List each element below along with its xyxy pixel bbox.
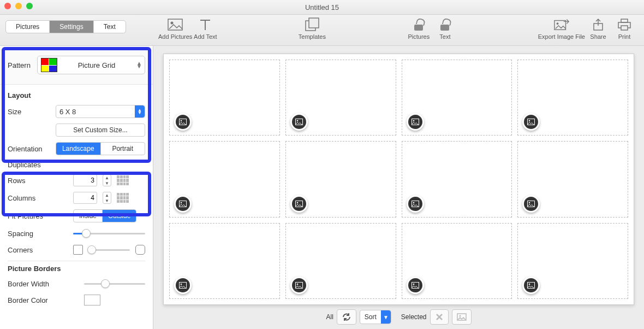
- print-button[interactable]: Print: [611, 17, 637, 40]
- svg-point-5: [557, 22, 559, 25]
- export-image-button[interactable]: Export Image File: [538, 17, 585, 40]
- spacing-slider[interactable]: [73, 228, 145, 239]
- size-select[interactable]: 6 X 8 ▲▼: [56, 105, 145, 118]
- add-text-button[interactable]: Add Text: [192, 17, 218, 40]
- print-icon: [617, 17, 632, 32]
- border-color-swatch[interactable]: [84, 295, 100, 306]
- spacing-label: Spacing: [8, 230, 68, 238]
- add-picture-icon[interactable]: [174, 277, 192, 294]
- rows-stepper[interactable]: ▲▼: [103, 174, 111, 186]
- add-picture-icon[interactable]: [407, 277, 424, 294]
- svg-point-33: [529, 284, 530, 285]
- close-window-button[interactable]: [4, 3, 11, 9]
- chevron-down-icon: ▼: [381, 310, 391, 324]
- selected-picture-button[interactable]: [452, 309, 472, 325]
- add-picture-icon[interactable]: [522, 113, 540, 131]
- export-icon: [554, 17, 569, 32]
- sidebar-tab-switcher: Pictures Settings Text: [5, 20, 126, 33]
- orientation-segment: Landscape Portrait: [56, 142, 145, 155]
- refresh-button[interactable]: [337, 309, 356, 325]
- rows-grid-icon[interactable]: [117, 175, 129, 185]
- border-color-label: Border Color: [8, 296, 79, 304]
- corners-label: Corners: [8, 246, 68, 254]
- app-window: Untitled 15 Pictures Settings Text Add P…: [0, 0, 644, 329]
- picture-cell[interactable]: [402, 60, 512, 136]
- corners-slider[interactable]: [88, 244, 130, 255]
- add-picture-icon[interactable]: [290, 113, 308, 131]
- border-width-slider[interactable]: [84, 278, 145, 289]
- rows-input[interactable]: [73, 174, 97, 186]
- svg-rect-3: [309, 18, 319, 28]
- picture-cell[interactable]: [169, 223, 280, 299]
- picture-cell[interactable]: [517, 141, 628, 217]
- svg-point-31: [413, 284, 414, 285]
- pattern-swatch-icon: [41, 58, 57, 72]
- pattern-select[interactable]: Picture Grid ▲▼: [37, 56, 145, 74]
- chevron-updown-icon: ▲▼: [135, 105, 145, 118]
- pattern-label: Pattern: [8, 61, 31, 69]
- page-preview: [163, 54, 634, 305]
- svg-point-19: [181, 202, 182, 203]
- pictures-lock-button[interactable]: Pictures: [406, 17, 432, 40]
- picture-cell[interactable]: [285, 223, 396, 299]
- fit-inside[interactable]: Inside: [74, 210, 102, 222]
- picture-icon: [457, 313, 467, 321]
- text-lock-button[interactable]: Text: [432, 17, 458, 40]
- picture-cell[interactable]: [169, 60, 280, 136]
- duplicates-label: Duplicates: [8, 161, 50, 169]
- svg-point-27: [181, 284, 182, 285]
- selected-label: Selected: [401, 313, 427, 321]
- fit-outside[interactable]: Outside: [102, 210, 136, 222]
- picture-cell[interactable]: [402, 223, 512, 299]
- svg-point-35: [459, 315, 461, 317]
- picture-cell[interactable]: [169, 141, 280, 217]
- add-picture-icon[interactable]: [522, 195, 540, 213]
- columns-stepper[interactable]: ▲▼: [103, 192, 111, 204]
- picture-cell[interactable]: [517, 223, 628, 299]
- picture-cell[interactable]: [285, 141, 396, 217]
- tab-pictures[interactable]: Pictures: [6, 21, 49, 33]
- window-controls: [4, 3, 33, 9]
- text-icon: [198, 17, 213, 32]
- orientation-portrait[interactable]: Portrait: [100, 143, 145, 155]
- unlock-icon: [437, 17, 452, 32]
- templates-button[interactable]: Templates: [299, 17, 326, 40]
- svg-point-15: [413, 120, 414, 122]
- svg-point-29: [296, 284, 298, 285]
- picture-cell[interactable]: [402, 141, 512, 217]
- svg-point-17: [529, 120, 530, 122]
- add-picture-icon[interactable]: [290, 277, 308, 294]
- columns-label: Columns: [8, 194, 68, 202]
- add-picture-icon[interactable]: [174, 113, 192, 131]
- add-picture-icon[interactable]: [407, 195, 424, 213]
- minimize-window-button[interactable]: [15, 3, 22, 9]
- orientation-landscape[interactable]: Landscape: [56, 143, 100, 155]
- share-icon: [591, 17, 606, 32]
- add-pictures-button[interactable]: Add Pictures: [158, 17, 192, 40]
- bottom-bar: All Sort ▼ Selected: [163, 305, 634, 329]
- add-picture-icon[interactable]: [174, 195, 192, 213]
- chevron-updown-icon: ▲▼: [136, 62, 142, 68]
- add-picture-icon[interactable]: [290, 195, 308, 213]
- rows-label: Rows: [8, 177, 68, 185]
- add-picture-icon[interactable]: [522, 277, 540, 294]
- share-button[interactable]: Share: [585, 17, 611, 40]
- custom-size-button[interactable]: Set Custom Size...: [56, 124, 145, 137]
- columns-grid-icon[interactable]: [117, 193, 129, 203]
- picture-cell[interactable]: [285, 60, 396, 136]
- picture-add-icon: [168, 17, 183, 32]
- tab-settings[interactable]: Settings: [49, 21, 93, 33]
- delete-selected-button[interactable]: [430, 309, 449, 325]
- pattern-row: Pattern Picture Grid ▲▼: [0, 46, 153, 85]
- tab-text[interactable]: Text: [93, 21, 126, 33]
- borders-heading: Picture Borders: [8, 265, 145, 273]
- picture-cell[interactable]: [517, 60, 628, 136]
- svg-point-11: [181, 120, 182, 122]
- sort-dropdown[interactable]: Sort ▼: [360, 310, 391, 324]
- toolbar: Pictures Settings Text Add Pictures Add …: [0, 15, 644, 46]
- zoom-window-button[interactable]: [26, 3, 33, 9]
- columns-input[interactable]: [73, 192, 97, 204]
- add-picture-icon[interactable]: [407, 113, 424, 131]
- templates-icon: [305, 17, 320, 32]
- picture-grid: [169, 60, 628, 299]
